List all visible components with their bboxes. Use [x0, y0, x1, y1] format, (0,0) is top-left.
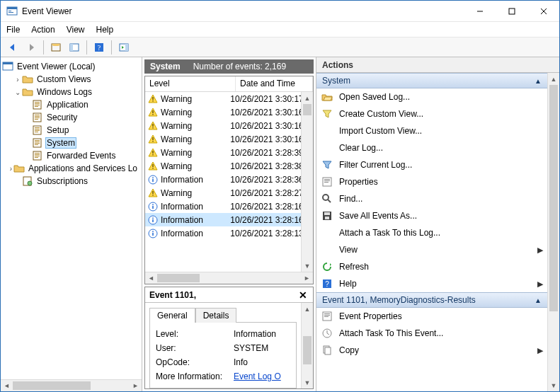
app-window: Event Viewer File Action View Help ? [0, 0, 560, 392]
tree-item[interactable]: Subscriptions [1, 175, 142, 188]
event-row[interactable]: Warning10/26/2021 3:30:17 [145, 92, 301, 105]
action-item[interactable]: Properties [316, 173, 547, 190]
nav-hscrollbar[interactable]: ◄ ► [1, 379, 142, 391]
tree-item[interactable]: Forwarded Events [1, 149, 142, 162]
submenu-arrow-icon: ▶ [537, 246, 543, 255]
maximize-button[interactable] [496, 1, 527, 21]
actions-group-system[interactable]: System ▲ [316, 73, 547, 88]
scroll-left-icon[interactable]: ◄ [1, 380, 13, 391]
event-row[interactable]: Warning10/26/2021 3:28:27 [145, 186, 301, 200]
scroll-down-icon[interactable]: ▼ [548, 379, 559, 391]
back-button[interactable] [5, 40, 21, 55]
events-vscrollbar[interactable]: ▲ ▼ [301, 92, 313, 272]
action-item[interactable]: Clear Log... [316, 139, 547, 156]
open-icon [321, 91, 333, 103]
scroll-down-icon[interactable]: ▼ [302, 260, 313, 272]
tree-item[interactable]: System [1, 137, 142, 149]
event-row[interactable]: Warning10/26/2021 3:30:16 [145, 119, 301, 132]
events-list: Level Date and Time Warning10/26/2021 3:… [144, 76, 314, 284]
events-rows[interactable]: Warning10/26/2021 3:30:17Warning10/26/20… [145, 92, 301, 272]
svg-rect-20 [35, 105, 40, 105]
action-item[interactable]: Attach Task To This Event... [316, 325, 547, 342]
actions-group-event[interactable]: Event 1101, MemoryDiagnostics-Results ▲ [316, 292, 547, 308]
event-row[interactable]: Warning10/26/2021 3:30:16 [145, 132, 301, 146]
scroll-right-icon[interactable]: ► [301, 272, 313, 284]
tab-general[interactable]: General [149, 308, 195, 323]
col-header-datetime[interactable]: Date and Time [236, 76, 313, 91]
scroll-down-icon[interactable]: ▼ [302, 376, 313, 388]
scroll-right-icon[interactable]: ► [130, 380, 142, 391]
forward-button[interactable] [23, 40, 39, 55]
help-button[interactable]: ? [91, 40, 107, 55]
tab-details[interactable]: Details [195, 308, 237, 323]
event-row[interactable]: Warning10/26/2021 3:28:39 [145, 146, 301, 159]
scroll-up-icon[interactable]: ▲ [548, 73, 559, 85]
detail-vscrollbar[interactable]: ▲ ▼ [301, 303, 313, 388]
close-detail-button[interactable]: ✕ [297, 289, 309, 301]
tree-root[interactable]: Event Viewer (Local) [1, 60, 142, 73]
col-header-level[interactable]: Level [145, 76, 236, 91]
menu-action[interactable]: Action [31, 25, 55, 35]
expander-icon[interactable]: › [8, 165, 13, 173]
scroll-thumb[interactable] [549, 85, 558, 311]
detail-field-label: OpCode: [156, 357, 234, 367]
scroll-thumb[interactable] [303, 336, 312, 364]
action-item[interactable]: ?Help▶ [316, 275, 547, 292]
scroll-thumb[interactable] [303, 104, 312, 115]
actions-vscrollbar[interactable]: ▲ ▼ [547, 73, 559, 391]
titlebar: Event Viewer [1, 1, 559, 22]
action-item[interactable]: Import Custom View... [316, 122, 547, 139]
event-datetime: 10/26/2021 3:28:39 [227, 148, 301, 158]
action-pane-button[interactable] [116, 40, 132, 55]
event-datetime: 10/26/2021 3:28:36 [227, 175, 301, 185]
action-item[interactable]: Copy▶ [316, 342, 547, 359]
tree-item[interactable]: ›Custom Views [1, 73, 142, 86]
menu-view[interactable]: View [67, 25, 85, 35]
scroll-left-icon[interactable]: ◄ [145, 272, 157, 284]
tree-item-label: Forwarded Events [45, 151, 117, 161]
tree-item-label: Custom Views [35, 74, 92, 84]
minimize-button[interactable] [464, 1, 496, 21]
tree-item[interactable]: ⌄Windows Logs [1, 86, 142, 98]
tree-item-label: Applications and Services Lo [27, 163, 139, 173]
svg-rect-51 [152, 141, 153, 142]
find-icon [321, 192, 333, 205]
action-item[interactable]: Create Custom View... [316, 105, 547, 122]
event-row[interactable]: Information10/26/2021 3:28:16 [145, 200, 301, 213]
event-row[interactable]: Warning10/26/2021 3:28:38 [145, 159, 301, 173]
svg-rect-71 [324, 179, 330, 180]
scroll-up-icon[interactable]: ▲ [302, 92, 313, 104]
tree-item[interactable]: ›Applications and Services Lo [1, 162, 142, 175]
action-item[interactable]: Event Properties [316, 308, 547, 325]
tree-item[interactable]: Security [1, 111, 142, 124]
events-pane-header: System Number of events: 2,169 [144, 59, 314, 74]
action-item[interactable]: Open Saved Log... [316, 88, 547, 105]
menu-help[interactable]: Help [96, 25, 114, 35]
events-hscrollbar[interactable]: ◄ ► [145, 272, 313, 284]
action-item[interactable]: Save All Events As... [316, 207, 547, 224]
action-item[interactable]: Refresh [316, 258, 547, 275]
detail-more-info-link[interactable]: Event Log O [234, 371, 281, 381]
action-item[interactable]: Attach a Task To this Log... [316, 224, 547, 241]
tree-item[interactable]: Setup [1, 124, 142, 137]
action-item[interactable]: Filter Current Log... [316, 156, 547, 173]
expander-icon[interactable]: › [13, 76, 22, 83]
scroll-thumb[interactable] [13, 381, 91, 390]
panel-layout-button[interactable] [67, 40, 82, 55]
event-row[interactable]: Information10/26/2021 3:28:36 [145, 173, 301, 186]
scroll-thumb[interactable] [157, 274, 200, 282]
event-row[interactable]: Information10/26/2021 3:28:16 [145, 213, 301, 226]
action-item[interactable]: View▶ [316, 241, 547, 258]
expander-icon[interactable]: ⌄ [13, 88, 22, 96]
tree-item-label: Security [45, 113, 79, 122]
menu-file[interactable]: File [6, 25, 20, 35]
event-row[interactable]: Information10/26/2021 3:28:13 [145, 226, 301, 240]
nav-tree[interactable]: Event Viewer (Local) ›Custom Views⌄Windo… [1, 57, 142, 379]
scroll-up-icon[interactable]: ▲ [302, 303, 313, 315]
tree-item[interactable]: Application [1, 98, 142, 111]
folder-icon [13, 163, 25, 174]
action-item[interactable]: Find... [316, 190, 547, 207]
close-button[interactable] [527, 1, 559, 21]
show-hide-tree-button[interactable] [48, 40, 64, 55]
event-row[interactable]: Warning10/26/2021 3:30:16 [145, 105, 301, 119]
